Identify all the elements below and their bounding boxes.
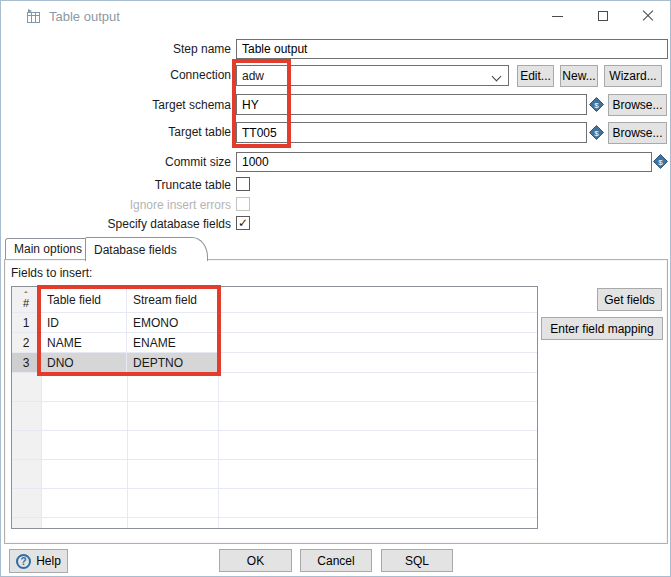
target-table-input[interactable]: TT005	[236, 122, 587, 143]
table-output-step-icon	[26, 9, 41, 24]
svg-text:$: $	[658, 158, 663, 167]
commit-size-value: 1000	[242, 155, 269, 169]
svg-text:$: $	[594, 129, 599, 138]
truncate-table-checkbox[interactable]	[236, 177, 250, 191]
enter-field-mapping-button[interactable]: Enter field mapping	[541, 317, 663, 340]
connection-label: Connection	[1, 68, 231, 82]
table-field-column-header[interactable]: Table field	[41, 287, 127, 313]
titlebar: Table output	[1, 1, 670, 31]
help-icon: ?	[16, 554, 31, 569]
truncate-table-label: Truncate table	[1, 178, 231, 192]
minimize-button[interactable]	[535, 1, 580, 31]
close-button[interactable]	[625, 1, 670, 31]
commit-size-label: Commit size	[1, 155, 231, 169]
tab-database-fields[interactable]: Database fields	[85, 237, 208, 261]
table-row[interactable]: 1 ID EMONO	[12, 313, 537, 333]
table-row[interactable]: 2 NAME ENAME	[12, 333, 537, 353]
stream-field-column-header[interactable]: Stream field	[127, 287, 218, 313]
wizard-connection-button[interactable]: Wizard...	[604, 65, 662, 87]
maximize-button[interactable]	[580, 1, 625, 31]
ignore-insert-errors-checkbox	[236, 197, 250, 211]
help-label: Help	[36, 554, 61, 568]
cancel-button[interactable]: Cancel	[300, 549, 372, 572]
chevron-down-icon	[492, 72, 502, 82]
browse-schema-button[interactable]: Browse...	[608, 94, 667, 116]
browse-table-button[interactable]: Browse...	[608, 122, 667, 144]
target-schema-value: HY	[242, 98, 259, 112]
stream-field-cell[interactable]: DEPTNO	[127, 353, 218, 373]
specify-database-fields-label: Specify database fields	[1, 217, 231, 231]
table-output-dialog: Table output Step name Table output Conn…	[0, 0, 671, 577]
target-schema-input[interactable]: HY	[236, 94, 587, 115]
edit-connection-button[interactable]: Edit...	[517, 65, 554, 87]
variable-icon: $	[653, 154, 668, 169]
fields-table-header: ˆ # Table field Stream field	[12, 287, 537, 313]
stream-field-cell[interactable]: ENAME	[127, 333, 218, 353]
svg-text:$: $	[594, 101, 599, 110]
tab-main-options[interactable]: Main options	[5, 238, 91, 259]
new-connection-button[interactable]: New...	[560, 65, 598, 87]
table-row-selected[interactable]: 3 DNO DEPTNO	[12, 353, 537, 373]
target-table-value: TT005	[242, 126, 277, 140]
connection-value: adw	[242, 69, 264, 83]
fields-table[interactable]: ˆ # Table field Stream field 1 ID EMONO …	[11, 286, 538, 529]
table-field-cell[interactable]: NAME	[41, 333, 127, 353]
empty-table-rows	[12, 373, 537, 528]
check-icon: ✓	[238, 217, 248, 229]
table-field-cell[interactable]: ID	[41, 313, 127, 333]
step-name-input[interactable]: Table output	[236, 39, 668, 59]
specify-database-fields-checkbox[interactable]: ✓	[236, 216, 250, 230]
target-table-label: Target table	[1, 125, 231, 139]
window-title: Table output	[49, 9, 120, 24]
sql-button[interactable]: SQL	[381, 549, 453, 572]
minimize-icon	[552, 16, 563, 17]
step-name-label: Step name	[1, 42, 231, 56]
maximize-icon	[598, 11, 608, 21]
step-name-value: Table output	[242, 42, 307, 56]
hash-column-header[interactable]: ˆ #	[12, 287, 41, 313]
ignore-insert-errors-label: Ignore insert errors	[1, 198, 231, 212]
variable-icon: $	[589, 97, 604, 112]
target-schema-label: Target schema	[1, 98, 231, 112]
help-button[interactable]: ? Help	[9, 549, 68, 573]
connection-select[interactable]: adw	[236, 65, 509, 86]
variable-icon: $	[589, 125, 604, 140]
stream-field-cell[interactable]: EMONO	[127, 313, 218, 333]
fields-to-insert-caption: Fields to insert:	[11, 266, 92, 280]
get-fields-button[interactable]: Get fields	[597, 288, 662, 311]
close-icon	[642, 10, 654, 22]
ok-button[interactable]: OK	[219, 549, 292, 572]
table-field-cell[interactable]: DNO	[41, 353, 127, 373]
commit-size-input[interactable]: 1000	[236, 152, 652, 172]
